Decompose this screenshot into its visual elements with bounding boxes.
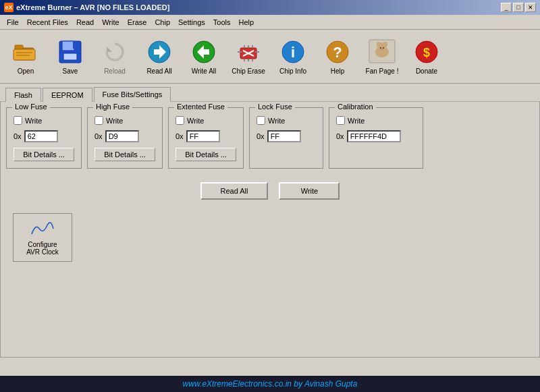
low-fuse-group: Low Fuse Write 0x Bit Details ... (6, 107, 82, 169)
low-fuse-value-row: 0x (14, 130, 74, 142)
app-icon: eX (4, 3, 14, 12)
footer: www.eXtremeElectronics.co.in by Avinash … (0, 376, 540, 392)
extended-fuse-legend: Extented Fuse (174, 103, 227, 111)
extended-fuse-value-row: 0x (176, 130, 236, 142)
chiperase-button[interactable]: Chip Erase (227, 34, 270, 80)
svg-text:$: $ (423, 46, 430, 59)
main-content: Low Fuse Write 0x Bit Details ... High F… (0, 101, 540, 358)
readall-icon (145, 38, 173, 66)
svg-point-33 (383, 42, 387, 47)
extended-fuse-input[interactable] (186, 130, 220, 142)
reload-icon (101, 38, 129, 66)
svg-point-32 (377, 42, 381, 47)
reload-label: Reload (104, 67, 126, 76)
high-fuse-write-label: Write (106, 117, 123, 125)
lock-fuse-write-checkbox[interactable] (256, 116, 265, 125)
svg-point-34 (380, 47, 381, 49)
title-bar-left: eX eXtreme Burner – AVR [NO FILES LOADED… (4, 3, 169, 12)
action-row: Read All Write (6, 182, 534, 200)
calibration-group: Calibration Write 0x (329, 107, 423, 169)
svg-point-35 (383, 47, 384, 49)
high-fuse-prefix: 0x (94, 132, 103, 140)
menu-file[interactable]: File (3, 17, 23, 28)
avr-clock-icon (29, 219, 56, 238)
tab-flash[interactable]: Flash (5, 88, 41, 102)
help-icon: ? (323, 38, 352, 66)
extended-fuse-write-checkbox[interactable] (176, 116, 184, 125)
open-icon (11, 38, 40, 66)
readall-action-button[interactable]: Read All (200, 182, 269, 200)
tab-eeprom[interactable]: EEPROM (43, 88, 92, 102)
lock-fuse-legend: Lock Fuse (255, 103, 295, 111)
writeall-button[interactable]: Write All (182, 34, 225, 80)
reload-button[interactable]: Reload (93, 34, 136, 80)
lock-fuse-group: Lock Fuse Write 0x (249, 107, 323, 169)
svg-rect-2 (14, 49, 35, 60)
save-label: Save (63, 67, 78, 76)
save-button[interactable]: Save (49, 34, 92, 80)
low-fuse-write-label: Write (25, 117, 42, 125)
help-button[interactable]: ? Help (316, 34, 359, 80)
high-fuse-legend: High Fuse (93, 103, 132, 111)
svg-marker-9 (107, 47, 112, 52)
donate-icon: $ (412, 38, 441, 66)
menu-erase[interactable]: Erase (124, 17, 151, 28)
extended-fuse-write-row: Write (176, 116, 236, 125)
low-fuse-prefix: 0x (14, 132, 22, 140)
svg-text:i: i (291, 44, 295, 61)
calibration-write-label: Write (348, 117, 364, 125)
menu-read[interactable]: Read (72, 17, 98, 28)
menu-recent-files[interactable]: Recent Files (23, 17, 72, 28)
menu-write[interactable]: Write (98, 17, 123, 28)
lock-fuse-write-row: Write (256, 116, 316, 125)
high-fuse-bit-details[interactable]: Bit Details ... (94, 148, 155, 161)
high-fuse-value-row: 0x (94, 130, 155, 142)
fanpage-icon (368, 38, 396, 66)
write-action-button[interactable]: Write (279, 182, 340, 200)
open-button[interactable]: Open (4, 34, 47, 80)
calibration-write-checkbox[interactable] (336, 116, 345, 125)
high-fuse-input[interactable] (105, 130, 139, 142)
calibration-input[interactable] (347, 130, 401, 142)
readall-button[interactable]: Read All (138, 34, 181, 80)
writeall-icon (190, 38, 218, 66)
fuse-row: Low Fuse Write 0x Bit Details ... High F… (6, 107, 534, 169)
maximize-button[interactable]: □ (513, 3, 524, 12)
high-fuse-group: High Fuse Write 0x Bit Details ... (87, 107, 163, 169)
donate-label: Donate (416, 67, 437, 76)
calibration-legend: Calibration (335, 103, 376, 111)
extended-fuse-bit-details[interactable]: Bit Details ... (176, 148, 236, 161)
chipinfo-button[interactable]: i Chip Info (271, 34, 315, 80)
tab-fuse[interactable]: Fuse Bits/Settings (94, 87, 171, 102)
chipinfo-label: Chip Info (279, 67, 306, 76)
menu-tools[interactable]: Tools (209, 17, 235, 28)
extended-fuse-write-label: Write (187, 117, 204, 125)
extended-fuse-group: Extented Fuse Write 0x Bit Details ... (168, 107, 244, 169)
minimize-button[interactable]: _ (501, 3, 512, 12)
readall-label: Read All (146, 67, 171, 76)
window-title: eXtreme Burner – AVR [NO FILES LOADED] (16, 3, 169, 11)
lock-fuse-value-row: 0x (256, 130, 316, 142)
low-fuse-legend: Low Fuse (12, 103, 50, 111)
donate-button[interactable]: $ Donate (405, 34, 448, 80)
save-icon (56, 38, 84, 66)
low-fuse-input[interactable] (24, 130, 58, 142)
menu-help[interactable]: Help (234, 17, 258, 28)
close-button[interactable]: ✕ (525, 3, 536, 12)
title-bar: eX eXtreme Burner – AVR [NO FILES LOADED… (0, 0, 540, 15)
svg-rect-7 (63, 53, 77, 60)
low-fuse-write-checkbox[interactable] (14, 116, 22, 125)
tab-bar: Flash EEPROM Fuse Bits/Settings (0, 84, 540, 101)
menu-chip[interactable]: Chip (151, 17, 174, 28)
title-bar-buttons: _ □ ✕ (501, 3, 536, 12)
avr-clock-button[interactable]: Configure AVR Clock (13, 213, 72, 262)
fanpage-label: Fan Page ! (366, 67, 399, 76)
menu-settings[interactable]: Settings (174, 17, 209, 28)
calibration-value-row: 0x (336, 130, 416, 142)
fanpage-button[interactable]: Fan Page ! (360, 34, 404, 80)
high-fuse-write-checkbox[interactable] (94, 116, 103, 125)
lock-fuse-input[interactable] (267, 130, 301, 142)
lock-fuse-write-label: Write (268, 117, 285, 125)
low-fuse-bit-details[interactable]: Bit Details ... (14, 148, 74, 161)
footer-text: www.eXtremeElectronics.co.in by Avinash … (183, 379, 358, 389)
